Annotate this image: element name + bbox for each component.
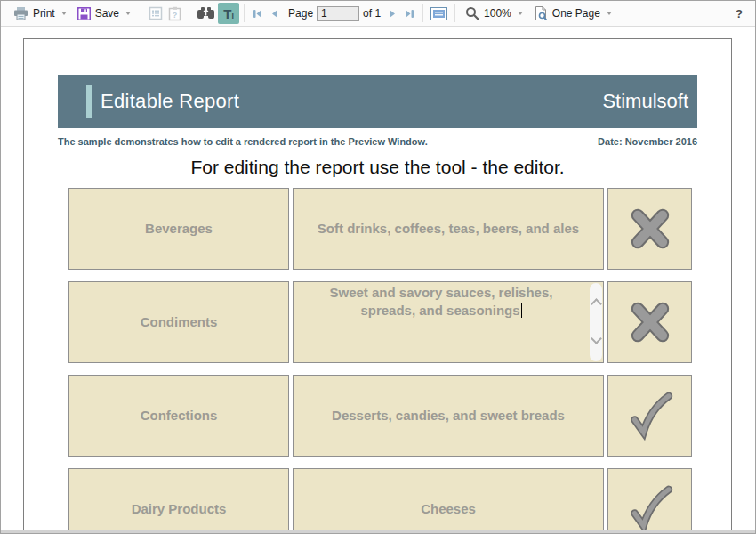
text-caret (521, 303, 522, 318)
parameters-clipboard-icon: ? (168, 6, 181, 21)
cross-mark-icon (624, 203, 676, 255)
category-table: Beverages Soft drinks, coffees, teas, be… (68, 188, 692, 530)
status-cell[interactable] (607, 468, 692, 530)
status-cell[interactable] (607, 281, 692, 363)
page-count-label: of 1 (363, 7, 381, 20)
category-text: Beverages (145, 220, 213, 238)
last-page-icon (404, 8, 415, 20)
cross-mark-icon (624, 296, 676, 348)
page-number-input[interactable] (317, 6, 359, 21)
save-floppy-icon (77, 7, 91, 20)
editing-toggle-button[interactable]: TI (218, 3, 239, 24)
toolbar-separator (244, 4, 245, 22)
printer-icon (13, 7, 28, 20)
save-label: Save (95, 7, 119, 20)
report-date: Date: November 2016 (598, 136, 697, 148)
bottom-scrollbar-track[interactable] (1, 530, 755, 533)
zoom-value: 100% (484, 7, 511, 20)
category-text: Condiments (141, 313, 218, 331)
banner-accent-bar (86, 85, 92, 118)
toolbar-separator (189, 4, 189, 22)
view-mode-dropdown-arrow-icon[interactable] (607, 12, 612, 15)
zoom-button[interactable]: 100% (460, 4, 528, 23)
report-page: Editable Report Stimulsoft The sample de… (23, 38, 732, 530)
description-text: Desserts, candies, and sweet breads (332, 407, 565, 425)
next-page-icon (387, 8, 398, 20)
save-button[interactable]: Save (72, 4, 136, 23)
view-mode-label: One Page (552, 7, 600, 20)
full-screen-icon (430, 7, 447, 20)
description-cell[interactable]: Desserts, candies, and sweet breads (293, 375, 604, 457)
check-mark-icon (624, 483, 676, 530)
report-preview-window: Print Save (0, 0, 756, 534)
view-mode-page-icon (534, 5, 548, 21)
toolbar-separator (454, 4, 455, 22)
toolbar-separator (422, 4, 423, 22)
category-text: Dairy Products (132, 500, 227, 518)
first-page-icon (252, 8, 263, 20)
save-dropdown-arrow-icon[interactable] (125, 12, 131, 15)
report-heading: For editing the report use the tool - th… (58, 157, 697, 178)
check-mark-icon (624, 390, 676, 441)
description-text: Sweet and savory sauces, relishes, sprea… (330, 285, 553, 318)
print-dropdown-arrow-icon[interactable] (61, 12, 67, 15)
svg-text:?: ? (173, 10, 178, 19)
bookmarks-icon (149, 6, 163, 20)
editor-scrollbar[interactable] (590, 283, 602, 361)
first-page-button[interactable] (249, 5, 266, 22)
category-cell[interactable]: Beverages (68, 188, 289, 270)
previous-page-button[interactable] (266, 5, 283, 22)
category-cell[interactable]: Dairy Products (68, 468, 289, 530)
scroll-down-icon[interactable] (591, 333, 602, 344)
full-screen-button[interactable] (428, 4, 450, 23)
bookmarks-button (146, 4, 165, 23)
report-subtitle: The sample demonstrates how to edit a re… (58, 136, 428, 148)
report-title: Editable Report (101, 90, 239, 113)
description-editing-text[interactable]: Sweet and savory sauces, relishes, sprea… (304, 284, 578, 320)
status-cell[interactable] (607, 375, 692, 457)
next-page-button[interactable] (384, 5, 401, 22)
description-cell[interactable]: Soft drinks, coffees, teas, beers, and a… (293, 188, 604, 270)
print-button[interactable]: Print (8, 4, 72, 23)
status-cell[interactable] (607, 188, 692, 270)
description-text: Soft drinks, coffees, teas, beers, and a… (318, 220, 579, 238)
category-cell[interactable]: Confections (68, 375, 289, 457)
category-cell[interactable]: Condiments (68, 281, 289, 363)
zoom-dropdown-arrow-icon[interactable] (518, 12, 523, 15)
report-page-content: Editable Report Stimulsoft The sample de… (24, 39, 731, 530)
description-text: Cheeses (421, 500, 476, 518)
help-button[interactable]: ? (736, 7, 743, 20)
editing-icon: T (223, 7, 231, 20)
scroll-up-icon[interactable] (591, 298, 602, 310)
parameters-button: ? (165, 4, 184, 24)
previous-page-icon (269, 8, 280, 20)
report-banner: Editable Report Stimulsoft (58, 75, 697, 128)
print-label: Print (33, 7, 55, 20)
editing-cursor-icon: I (231, 12, 234, 20)
report-meta-row: The sample demonstrates how to edit a re… (58, 136, 697, 148)
find-button[interactable] (194, 4, 218, 22)
preview-canvas[interactable]: Editable Report Stimulsoft The sample de… (1, 27, 755, 530)
last-page-button[interactable] (401, 5, 418, 22)
brand-name: Stimulsoft (602, 90, 688, 113)
toolbar-separator (141, 4, 141, 22)
page-label: Page (288, 7, 313, 20)
description-editor-cell[interactable]: Sweet and savory sauces, relishes, sprea… (293, 281, 604, 363)
category-text: Confections (141, 407, 218, 425)
preview-toolbar: Print Save (1, 1, 755, 27)
binoculars-icon (197, 7, 215, 20)
description-cell[interactable]: Cheeses (293, 468, 604, 530)
zoom-magnifier-icon (465, 6, 479, 20)
view-mode-button[interactable]: One Page (528, 3, 617, 24)
